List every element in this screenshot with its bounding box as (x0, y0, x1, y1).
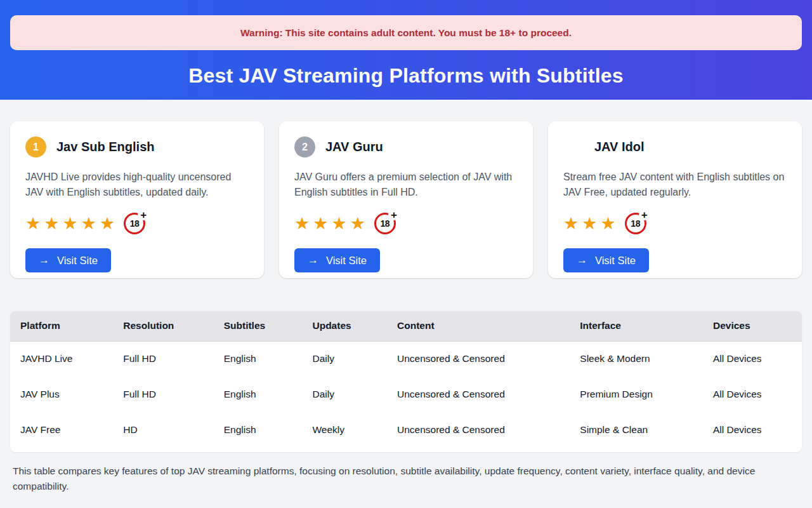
arrow-right-icon: → (39, 254, 49, 267)
card-title: Jav Sub English (56, 140, 154, 154)
arrow-right-icon: → (308, 254, 318, 267)
cell-subtitles: English (214, 341, 303, 377)
hero-header: Warning: This site contains adult conten… (0, 0, 812, 100)
cell-content: Uncensored & Censored (387, 377, 570, 412)
age-plus-sign: + (388, 209, 400, 220)
age-plus-sign: + (639, 209, 650, 220)
cell-devices: All Devices (703, 341, 802, 377)
star-icon: ★ (294, 215, 310, 232)
cell-interface: Sleek & Modern (570, 341, 703, 377)
age-plus-sign: + (138, 209, 149, 220)
column-header-devices: Devices (703, 311, 802, 341)
cell-updates: Daily (302, 377, 387, 412)
cell-platform: JAV Plus (10, 377, 113, 412)
card-head: JAV Idol (563, 137, 787, 157)
star-icon: ★ (44, 215, 59, 232)
card-description: Stream free JAV content with English sub… (563, 170, 787, 200)
rating-row: ★★★★★ 18 + (25, 212, 249, 235)
table-description-note: This table compares key features of top … (13, 464, 797, 494)
star-icon: ★ (582, 215, 597, 232)
warning-text: Warning: This site contains adult conten… (240, 27, 572, 39)
platform-card-jav-idol: JAV Idol Stream free JAV content with En… (548, 121, 802, 278)
column-header-subtitles: Subtitles (214, 311, 303, 341)
column-header-interface: Interface (570, 311, 703, 341)
comparison-table-container: Platform Resolution Subtitles Updates Co… (10, 311, 802, 452)
arrow-right-icon: → (577, 254, 587, 267)
visit-site-label: Visit Site (57, 255, 98, 267)
visit-site-button[interactable]: → Visit Site (25, 248, 111, 272)
page-title: Best JAV Streaming Platforms with Subtit… (10, 64, 802, 87)
table-header-row: Platform Resolution Subtitles Updates Co… (10, 311, 802, 341)
table-row-javhd-live: JAVHD Live Full HD English Daily Uncenso… (10, 341, 802, 377)
column-header-updates: Updates (302, 311, 387, 341)
card-title: JAV Guru (325, 140, 383, 154)
rank-badge: 1 (25, 137, 46, 157)
star-rating: ★★★★ (294, 215, 365, 232)
card-head: 1 Jav Sub English (25, 137, 249, 157)
card-title: JAV Idol (594, 140, 645, 154)
cell-content: Uncensored & Censored (387, 412, 570, 448)
star-icon: ★ (81, 215, 96, 232)
star-icon: ★ (62, 215, 77, 232)
age-number: 18 (130, 218, 140, 229)
cell-updates: Daily (302, 341, 387, 377)
cell-platform: JAVHD Live (10, 341, 113, 377)
rank-badge: 2 (294, 137, 315, 157)
cell-interface: Premium Design (570, 377, 703, 412)
cell-devices: All Devices (703, 377, 802, 412)
table-row-jav-free: JAV Free HD English Weekly Uncensored & … (10, 412, 802, 448)
card-description: JAV Guru offers a premium selection of J… (294, 170, 518, 200)
star-icon: ★ (350, 215, 365, 232)
cell-devices: All Devices (703, 412, 802, 448)
cell-subtitles: English (214, 377, 303, 412)
age-18-plus-icon: 18 + (625, 213, 646, 234)
star-rating: ★★★ (563, 215, 616, 232)
cell-platform: JAV Free (10, 412, 113, 448)
age-18-plus-icon: 18 + (374, 213, 396, 234)
star-icon: ★ (600, 215, 615, 232)
star-rating: ★★★★★ (25, 215, 115, 232)
column-header-platform: Platform (10, 311, 113, 341)
age-number: 18 (381, 218, 390, 229)
cell-resolution: Full HD (113, 377, 213, 412)
visit-site-label: Visit Site (326, 255, 367, 267)
card-description: JAVHD Live provides high-quality uncenso… (25, 170, 249, 200)
age-number: 18 (631, 218, 640, 229)
cell-interface: Simple & Clean (570, 412, 703, 448)
age-18-plus-icon: 18 + (124, 213, 145, 234)
card-head: 2 JAV Guru (294, 137, 518, 157)
star-icon: ★ (563, 215, 579, 232)
comparison-table: Platform Resolution Subtitles Updates Co… (10, 311, 802, 448)
star-icon: ★ (100, 215, 115, 232)
main-content: 1 Jav Sub English JAVHD Live provides hi… (0, 121, 812, 494)
cell-updates: Weekly (302, 412, 387, 448)
column-header-content: Content (387, 311, 570, 341)
column-header-resolution: Resolution (113, 311, 213, 341)
visit-site-button[interactable]: → Visit Site (294, 248, 380, 272)
adult-warning-banner: Warning: This site contains adult conten… (10, 15, 802, 50)
table-row-jav-plus: JAV Plus Full HD English Daily Uncensore… (10, 377, 802, 412)
rating-row: ★★★★ 18 + (294, 212, 518, 235)
cell-content: Uncensored & Censored (387, 341, 570, 377)
platform-card-jav-sub-english: 1 Jav Sub English JAVHD Live provides hi… (10, 121, 264, 278)
star-icon: ★ (331, 215, 346, 232)
visit-site-button[interactable]: → Visit Site (563, 248, 649, 272)
cell-resolution: HD (113, 412, 213, 448)
star-icon: ★ (313, 215, 328, 232)
visit-site-label: Visit Site (595, 255, 636, 267)
cell-resolution: Full HD (113, 341, 213, 377)
cell-subtitles: English (214, 412, 303, 448)
rating-row: ★★★ 18 + (563, 212, 787, 235)
platform-cards: 1 Jav Sub English JAVHD Live provides hi… (10, 121, 802, 278)
star-icon: ★ (25, 215, 41, 232)
platform-card-jav-guru: 2 JAV Guru JAV Guru offers a premium sel… (279, 121, 533, 278)
